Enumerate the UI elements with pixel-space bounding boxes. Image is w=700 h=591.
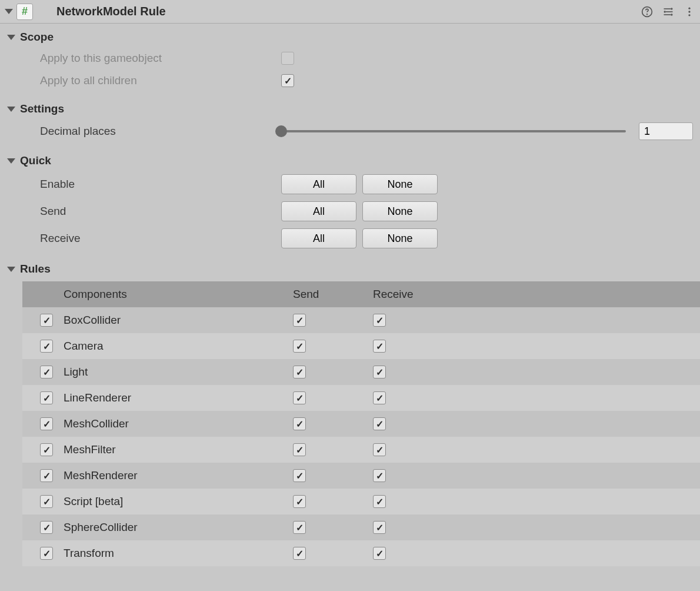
rule-name: Transform (64, 547, 293, 560)
rule-receive-checkbox[interactable] (373, 314, 386, 327)
col-header-receive: Receive (373, 288, 453, 301)
script-icon: # (16, 4, 33, 20)
rule-send-checkbox[interactable] (293, 443, 306, 456)
rule-send-checkbox[interactable] (293, 547, 306, 560)
rule-receive-checkbox[interactable] (373, 547, 386, 560)
rule-enable-checkbox[interactable] (40, 417, 53, 430)
quick-none-button[interactable]: None (362, 228, 438, 248)
rule-enable-checkbox[interactable] (40, 547, 53, 560)
rule-name: BoxCollider (64, 314, 293, 327)
rules-row: MeshFilter (22, 437, 700, 463)
rule-send-checkbox[interactable] (293, 417, 306, 430)
rule-enable-checkbox[interactable] (40, 314, 53, 327)
rule-enable-checkbox[interactable] (40, 366, 53, 378)
quick-none-button[interactable]: None (362, 201, 438, 221)
svg-point-10 (688, 14, 690, 16)
quick-all-button[interactable]: All (281, 201, 356, 221)
col-header-components: Components (64, 288, 293, 301)
chevron-down-icon (7, 107, 15, 112)
rules-title: Rules (20, 263, 51, 275)
rule-name: LineRenderer (64, 391, 293, 404)
rule-name: Light (64, 366, 293, 378)
rule-name: MeshCollider (64, 417, 293, 430)
apply-this-checkbox (281, 52, 294, 65)
svg-point-9 (688, 11, 690, 12)
svg-point-5 (671, 8, 672, 9)
rule-enable-checkbox[interactable] (40, 443, 53, 456)
decimal-places-input[interactable] (639, 122, 693, 140)
decimal-places-label: Decimal places (40, 125, 281, 138)
svg-point-8 (688, 7, 690, 9)
quick-row: Send All None (0, 198, 700, 225)
rule-send-checkbox[interactable] (293, 521, 306, 534)
rule-receive-checkbox[interactable] (373, 521, 386, 534)
rule-name: MeshFilter (64, 443, 293, 456)
kebab-menu-icon[interactable] (684, 6, 695, 18)
rule-send-checkbox[interactable] (293, 366, 306, 378)
rules-section: Rules Components Send Receive BoxCollide… (0, 255, 700, 566)
apply-children-label: Apply to all children (40, 74, 281, 87)
rule-send-checkbox[interactable] (293, 391, 306, 404)
quick-title: Quick (20, 154, 51, 167)
rules-row: Light (22, 359, 700, 385)
rule-send-checkbox[interactable] (293, 495, 306, 508)
rule-send-checkbox[interactable] (293, 340, 306, 353)
scope-title: Scope (20, 31, 54, 44)
settings-title: Settings (20, 102, 64, 115)
rule-name: Camera (64, 340, 293, 353)
decimal-places-slider[interactable] (281, 130, 626, 132)
rule-enable-checkbox[interactable] (40, 469, 53, 482)
quick-row-label: Enable (40, 178, 281, 191)
rule-receive-checkbox[interactable] (373, 495, 386, 508)
collapse-arrow-icon[interactable] (5, 9, 13, 14)
quick-row-label: Receive (40, 232, 281, 245)
help-icon[interactable] (641, 6, 653, 18)
rules-row: BoxCollider (22, 307, 700, 333)
rule-name: SphereCollider (64, 521, 293, 534)
rule-receive-checkbox[interactable] (373, 340, 386, 353)
rule-enable-checkbox[interactable] (40, 495, 53, 508)
rules-row: Script [beta] (22, 489, 700, 514)
quick-none-button[interactable]: None (362, 174, 438, 194)
scope-header[interactable]: Scope (0, 27, 700, 47)
rules-row: SphereCollider (22, 514, 700, 540)
decimal-places-row: Decimal places (0, 119, 700, 144)
apply-children-checkbox[interactable] (281, 74, 294, 87)
chevron-down-icon (7, 158, 15, 164)
rule-enable-checkbox[interactable] (40, 521, 53, 534)
component-header: # NetworkModel Rule (0, 0, 700, 24)
chevron-down-icon (7, 35, 15, 40)
quick-row: Enable All None (0, 171, 700, 198)
rule-receive-checkbox[interactable] (373, 417, 386, 430)
quick-header[interactable]: Quick (0, 151, 700, 171)
rule-send-checkbox[interactable] (293, 314, 306, 327)
slider-thumb[interactable] (275, 125, 287, 137)
rules-row: Transform (22, 540, 700, 566)
chevron-down-icon (7, 267, 15, 272)
svg-point-1 (647, 14, 648, 14)
rule-receive-checkbox[interactable] (373, 391, 386, 404)
svg-point-7 (671, 14, 672, 15)
scope-section: Scope Apply to this gameobject Apply to … (0, 24, 700, 95)
apply-this-row: Apply to this gameobject (0, 47, 700, 69)
rule-name: Script [beta] (64, 495, 293, 508)
rule-enable-checkbox[interactable] (40, 340, 53, 353)
preset-icon[interactable] (662, 6, 674, 18)
quick-all-button[interactable]: All (281, 174, 356, 194)
rule-send-checkbox[interactable] (293, 469, 306, 482)
hash-glyph: # (22, 5, 28, 18)
rule-enable-checkbox[interactable] (40, 391, 53, 404)
settings-section: Settings Decimal places (0, 95, 700, 147)
rule-receive-checkbox[interactable] (373, 443, 386, 456)
rules-row: Camera (22, 333, 700, 359)
svg-point-6 (664, 11, 666, 12)
rule-receive-checkbox[interactable] (373, 366, 386, 378)
apply-this-label: Apply to this gameobject (40, 52, 281, 65)
quick-all-button[interactable]: All (281, 228, 356, 248)
settings-header[interactable]: Settings (0, 99, 700, 119)
rules-row: MeshRenderer (22, 463, 700, 489)
rule-name: MeshRenderer (64, 469, 293, 482)
rules-header[interactable]: Rules (0, 259, 700, 279)
rule-receive-checkbox[interactable] (373, 469, 386, 482)
rules-table-header: Components Send Receive (22, 281, 700, 307)
